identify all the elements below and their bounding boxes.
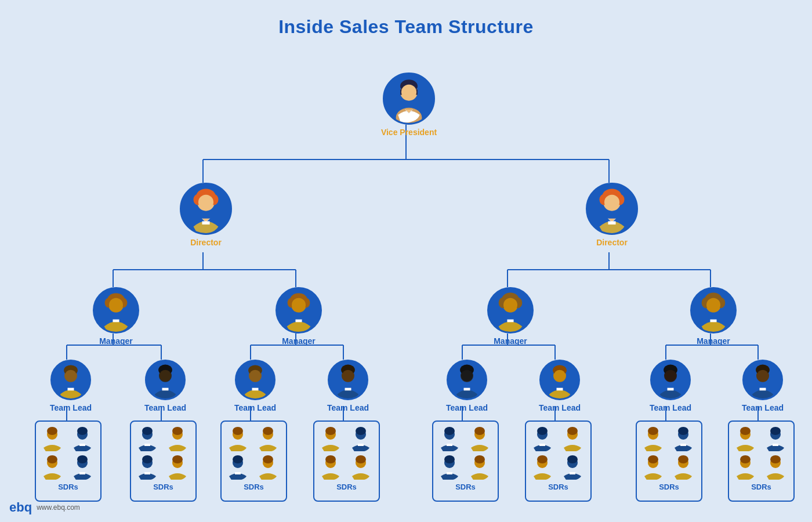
brand-url: www.ebq.com: [37, 503, 80, 512]
svg-rect-143: [358, 444, 364, 446]
svg-rect-105: [668, 388, 674, 391]
svg-point-178: [740, 427, 751, 435]
svg-point-131: [233, 427, 243, 435]
teamlead-2-node: Team Lead: [130, 360, 200, 412]
svg-point-52: [604, 195, 619, 210]
svg-point-183: [740, 455, 751, 463]
director-left-label: Director: [190, 238, 222, 247]
manager-1-avatar: [93, 287, 139, 334]
teamlead-4-label: Team Lead: [327, 403, 369, 412]
teamlead-6-avatar: [539, 360, 580, 400]
manager-2-node: Manager: [264, 287, 334, 346]
teamlead-3-label: Team Lead: [234, 403, 276, 412]
svg-point-157: [474, 455, 485, 463]
svg-point-118: [77, 455, 88, 463]
svg-rect-81: [68, 388, 74, 391]
svg-rect-114: [79, 444, 85, 446]
svg-point-154: [444, 455, 455, 463]
svg-point-152: [474, 427, 485, 435]
svg-point-111: [47, 427, 57, 435]
teamlead-1-avatar: [50, 360, 91, 400]
svg-point-108: [757, 370, 768, 382]
svg-point-138: [263, 455, 273, 463]
svg-rect-77: [710, 320, 716, 322]
manager-3-avatar: [487, 287, 534, 334]
svg-point-76: [706, 298, 720, 312]
teamlead-2-label: Team Lead: [144, 403, 186, 412]
manager-1-label: Manager: [99, 336, 133, 346]
teamlead-7-node: Team Lead: [636, 360, 705, 412]
svg-point-126: [142, 455, 153, 463]
svg-rect-127: [144, 472, 150, 474]
director-right-node: Director: [577, 183, 647, 247]
org-chart: Vice President Director: [0, 38, 812, 522]
svg-point-96: [461, 370, 473, 382]
manager-4-label: Manager: [697, 336, 730, 346]
sdr-box-5: SDRs: [432, 420, 499, 502]
sdr-box-1: SDRs: [35, 420, 102, 502]
svg-point-124: [172, 427, 183, 435]
svg-point-88: [249, 370, 261, 382]
svg-point-174: [648, 455, 658, 463]
teamlead-2-avatar: [145, 360, 186, 400]
manager-3-node: Manager: [476, 287, 545, 346]
teamlead-3-avatar: [235, 360, 276, 400]
teamlead-8-avatar: [742, 360, 783, 400]
sdr-label-6: SDRs: [529, 483, 588, 491]
svg-point-159: [537, 427, 548, 435]
svg-point-92: [342, 370, 354, 382]
svg-point-149: [444, 427, 455, 435]
director-right-avatar: [586, 183, 638, 235]
svg-rect-47: [202, 221, 209, 224]
sdr-label-2: SDRs: [134, 483, 193, 491]
svg-point-164: [537, 455, 548, 463]
svg-point-140: [325, 427, 336, 435]
sdr-box-2: SDRs: [130, 420, 197, 502]
teamlead-7-avatar: [650, 360, 691, 400]
manager-3-label: Manager: [494, 336, 527, 346]
svg-rect-53: [608, 221, 615, 224]
teamlead-5-label: Team Lead: [446, 403, 488, 412]
sdr-box-4: SDRs: [313, 420, 380, 502]
teamlead-1-node: Team Lead: [36, 360, 106, 412]
svg-point-84: [160, 370, 171, 382]
svg-point-104: [665, 370, 676, 382]
ebq-logo: ebq www.ebq.com: [9, 500, 80, 515]
svg-point-116: [47, 455, 57, 463]
svg-rect-172: [680, 444, 686, 446]
sdr-box-8: SDRs: [728, 420, 795, 502]
svg-rect-167: [570, 472, 575, 474]
teamlead-1-label: Team Lead: [50, 403, 92, 412]
page-title: Inside Sales Team Structure: [0, 0, 812, 38]
teamlead-8-label: Team Lead: [742, 403, 784, 412]
svg-point-121: [142, 427, 153, 435]
svg-rect-136: [235, 472, 241, 474]
teamlead-6-label: Team Lead: [539, 403, 581, 412]
sdr-label-5: SDRs: [436, 483, 495, 491]
manager-4-avatar: [690, 287, 737, 334]
svg-point-162: [567, 427, 578, 435]
teamlead-7-label: Team Lead: [650, 403, 691, 412]
svg-point-41: [401, 85, 416, 100]
teamlead-6-node: Team Lead: [525, 360, 594, 412]
vp-label: Vice President: [381, 128, 437, 137]
sdr-box-3: SDRs: [220, 420, 287, 502]
sdr-box-6: SDRs: [525, 420, 592, 502]
svg-point-100: [554, 370, 566, 382]
vp-node: Vice President: [374, 72, 444, 137]
svg-rect-109: [760, 388, 766, 391]
sdr-label-1: SDRs: [39, 483, 97, 491]
sdr-label-3: SDRs: [224, 483, 283, 491]
svg-point-133: [263, 427, 273, 435]
svg-rect-65: [295, 320, 302, 322]
svg-point-166: [567, 455, 578, 463]
svg-point-113: [77, 427, 88, 435]
svg-point-185: [770, 455, 781, 463]
svg-point-80: [65, 370, 77, 382]
svg-point-171: [678, 427, 688, 435]
svg-rect-181: [773, 444, 778, 446]
teamlead-4-avatar: [328, 360, 368, 400]
director-left-avatar: [180, 183, 232, 235]
svg-rect-85: [162, 388, 169, 391]
svg-point-58: [109, 298, 123, 312]
